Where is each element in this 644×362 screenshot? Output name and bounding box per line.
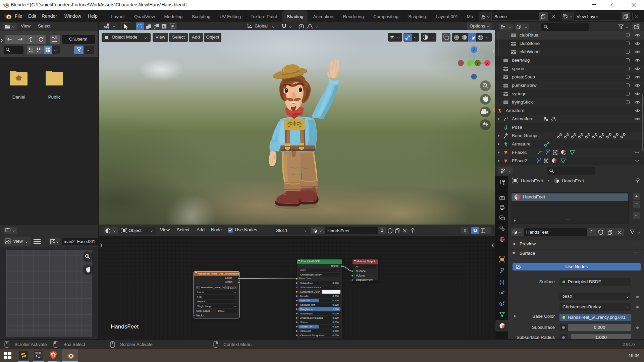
svg-text:2: 2 <box>555 161 557 164</box>
svg-text:X: X <box>486 61 489 65</box>
svg-text:Z: Z <box>473 48 475 52</box>
svg-text:Y: Y <box>476 61 479 65</box>
svg-text:2: 2 <box>564 153 566 156</box>
